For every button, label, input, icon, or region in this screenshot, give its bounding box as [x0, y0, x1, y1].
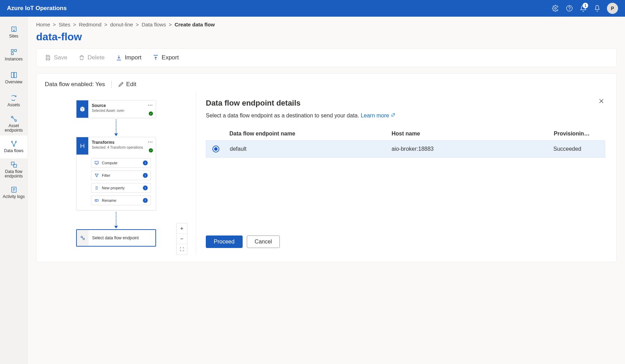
- col-host: Host name: [392, 131, 554, 137]
- more-icon[interactable]: ···: [148, 139, 153, 145]
- crumb-redmond[interactable]: Redmond: [79, 22, 102, 27]
- svg-rect-3: [11, 27, 16, 32]
- svg-rect-18: [95, 161, 98, 164]
- op-rename[interactable]: Rename i: [91, 196, 151, 205]
- rename-icon: [94, 198, 99, 203]
- flow-enabled-label: Data flow enabled: Yes: [45, 81, 105, 88]
- notifications-icon[interactable]: 1: [576, 1, 590, 15]
- close-button[interactable]: [598, 98, 604, 105]
- import-icon: [116, 55, 122, 61]
- trash-icon: [79, 55, 85, 61]
- svg-rect-6: [11, 53, 13, 55]
- radio-selected[interactable]: [212, 146, 219, 152]
- source-subtitle: Selected Asset: oven: [92, 109, 152, 113]
- destination-node[interactable]: Select data flow endpoint: [76, 229, 156, 247]
- sidebar: Sites Instances Overview Assets Asset en…: [0, 17, 28, 364]
- sidebar-item-label: Overview: [5, 80, 22, 84]
- transform-ops: Compute i Filter i New property: [76, 155, 156, 210]
- export-icon: [153, 55, 159, 61]
- filter-icon: [94, 173, 99, 178]
- sidebar-item-data-flow-endpoints[interactable]: Data flow endpoints: [0, 158, 27, 181]
- panel-title: Data flow endpoint details: [206, 99, 605, 108]
- op-new-property[interactable]: New property i: [91, 183, 151, 193]
- fit-button[interactable]: ⛶: [177, 244, 187, 255]
- help-icon[interactable]: [562, 1, 576, 15]
- source-node[interactable]: Source Selected Asset: oven ···: [76, 100, 156, 118]
- table-row[interactable]: default aio-broker:18883 Succeeded: [206, 140, 605, 158]
- crumb-data-flows[interactable]: Data flows: [141, 22, 166, 27]
- svg-rect-7: [11, 73, 14, 78]
- crumb-sites[interactable]: Sites: [59, 22, 70, 27]
- endpoint-icon: [10, 115, 17, 122]
- destination-label: Select data flow endpoint: [89, 230, 155, 246]
- sidebar-item-activity-logs[interactable]: Activity logs: [0, 181, 27, 204]
- transforms-node[interactable]: Transforms Selected: 4 Transform operati…: [76, 137, 156, 210]
- svg-rect-5: [14, 50, 16, 52]
- notification-badge: 1: [583, 3, 588, 8]
- main-content: Home> Sites> Redmond> donut-line> Data f…: [28, 17, 625, 364]
- info-icon: i: [143, 198, 148, 203]
- transforms-subtitle: Selected: 4 Transform operations: [92, 146, 152, 149]
- panel-description: Select a data flow endpoint as a destina…: [206, 113, 605, 119]
- topbar: Azure IoT Operations 1 P: [0, 0, 625, 17]
- svg-rect-8: [14, 73, 16, 78]
- logs-icon: [10, 186, 17, 193]
- brand-title: Azure IoT Operations: [7, 5, 67, 12]
- proceed-button[interactable]: Proceed: [206, 235, 243, 248]
- zoom-controls: + − ⛶: [176, 223, 187, 255]
- crumb-donut-line[interactable]: donut-line: [110, 22, 133, 27]
- edit-button[interactable]: Edit: [118, 81, 136, 88]
- learn-more-link[interactable]: Learn more: [361, 113, 396, 118]
- cancel-button[interactable]: Cancel: [247, 235, 280, 248]
- op-compute[interactable]: Compute i: [91, 158, 151, 168]
- crumb-home[interactable]: Home: [36, 22, 50, 27]
- svg-point-0: [555, 8, 557, 9]
- list-icon: [94, 185, 99, 190]
- export-button[interactable]: Export: [153, 54, 179, 61]
- more-icon[interactable]: ···: [148, 102, 153, 108]
- col-name: Data flow endpoint name: [229, 131, 392, 137]
- overview-icon: [10, 72, 17, 78]
- svg-point-9: [15, 96, 16, 97]
- svg-point-1: [567, 6, 573, 11]
- source-title: Source: [92, 103, 152, 108]
- zoom-out-button[interactable]: −: [177, 234, 187, 244]
- flow-canvas: Source Selected Asset: oven ···: [45, 92, 187, 255]
- save-button: Save: [45, 54, 67, 61]
- sidebar-item-label: Sites: [9, 34, 18, 39]
- table-header: Data flow endpoint name Host name Provis…: [206, 127, 605, 140]
- settings-icon[interactable]: [549, 1, 562, 15]
- endpoint-details-panel: Data flow endpoint details Select a data…: [196, 92, 608, 255]
- svg-rect-19: [95, 200, 98, 201]
- import-button[interactable]: Import: [116, 54, 141, 61]
- flow-header: Data flow enabled: Yes Edit: [45, 81, 608, 88]
- close-icon: [598, 98, 604, 104]
- sidebar-item-overview[interactable]: Overview: [0, 67, 27, 90]
- sidebar-item-label: Instances: [5, 57, 23, 61]
- endpoint-table: Data flow endpoint name Host name Provis…: [206, 127, 605, 158]
- svg-point-12: [11, 141, 12, 142]
- sidebar-item-data-flows[interactable]: Data flows: [0, 135, 27, 158]
- alerts-icon[interactable]: [590, 1, 604, 15]
- op-filter[interactable]: Filter i: [91, 171, 151, 180]
- col-state: Provisionin…: [554, 131, 602, 137]
- save-icon: [45, 55, 51, 61]
- external-link-icon: [391, 113, 396, 117]
- sidebar-item-label: Data flows: [4, 149, 23, 153]
- svg-rect-4: [11, 50, 13, 52]
- flow-card: Data flow enabled: Yes Edit: [36, 73, 617, 262]
- sidebar-item-asset-endpoints[interactable]: Asset endpoints: [0, 113, 27, 135]
- cell-host: aio-broker:18883: [392, 146, 554, 152]
- info-icon: i: [143, 185, 148, 190]
- connector-arrow: [116, 212, 116, 228]
- sidebar-item-assets[interactable]: Assets: [0, 90, 27, 113]
- toolbar: Save Delete Import Export: [36, 48, 617, 67]
- user-avatar[interactable]: P: [607, 3, 618, 14]
- svg-point-14: [13, 146, 14, 147]
- sidebar-item-instances[interactable]: Instances: [0, 44, 27, 67]
- flow-body: Source Selected Asset: oven ···: [45, 92, 608, 255]
- zoom-in-button[interactable]: +: [177, 223, 187, 234]
- sidebar-item-sites[interactable]: Sites: [0, 21, 27, 44]
- info-icon: i: [143, 160, 148, 165]
- cell-name: default: [230, 146, 392, 152]
